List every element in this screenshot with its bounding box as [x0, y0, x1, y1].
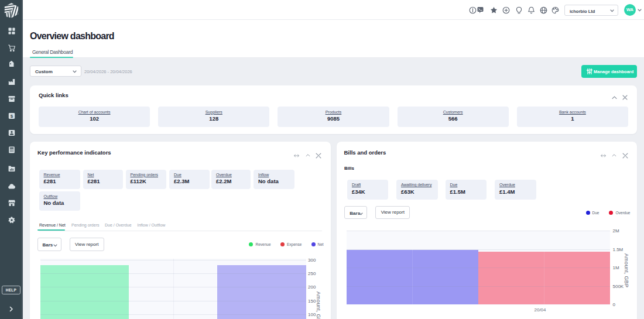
svg-text:$: $: [10, 113, 13, 118]
